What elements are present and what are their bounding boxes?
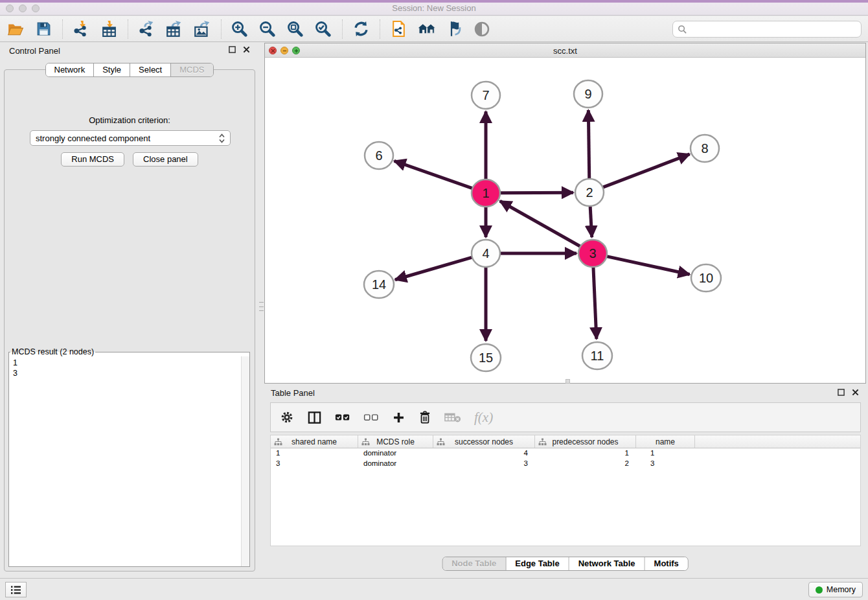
graph-edge-3-10[interactable] (606, 257, 689, 275)
search-input[interactable] (691, 25, 861, 34)
task-history-button[interactable] (5, 582, 27, 597)
svg-text:11: 11 (591, 349, 604, 363)
split-panel-icon[interactable] (307, 410, 322, 425)
memory-button[interactable]: Memory (808, 582, 863, 597)
window-title: Session: New Session (0, 3, 868, 13)
tab-edge-table[interactable]: Edge Table (506, 557, 569, 570)
table-cell[interactable]: dominator (358, 459, 433, 469)
tab-network[interactable]: Network (45, 63, 94, 76)
graph-node-8[interactable]: 8 (691, 135, 719, 162)
search-field[interactable] (672, 21, 862, 38)
table-settings-gear-icon[interactable] (280, 410, 294, 424)
zoom-fit-icon[interactable] (286, 20, 304, 38)
graph-node-4[interactable]: 4 (472, 240, 500, 267)
export-image-icon[interactable] (193, 20, 211, 38)
list-icon (10, 585, 21, 595)
criterion-select[interactable]: strongly connected component (30, 130, 231, 146)
graph-edge-2-8[interactable] (603, 154, 690, 187)
column-header-successor-nodes[interactable]: successor nodes (433, 435, 535, 448)
graph-node-15[interactable]: 15 (471, 344, 501, 371)
table-cell[interactable]: 3 (433, 459, 535, 469)
show-hide-icon[interactable] (473, 20, 491, 38)
select-all-icon[interactable] (335, 412, 350, 422)
save-session-icon[interactable] (34, 20, 52, 38)
network-resize-grip[interactable] (565, 379, 570, 384)
mcds-result-title: MCDS result (2 nodes) (10, 347, 95, 356)
import-table-icon[interactable] (100, 20, 118, 38)
optimization-criterion-label: Optimization criterion: (5, 115, 255, 125)
column-header-MCDS-role[interactable]: MCDS role (358, 435, 433, 448)
panel-divider-grip[interactable] (259, 302, 264, 311)
tab-style[interactable]: Style (94, 63, 130, 76)
close-panel-icon[interactable] (242, 45, 251, 54)
column-header-shared-name[interactable]: shared name (271, 435, 358, 448)
column-header-name[interactable]: name (636, 435, 695, 448)
svg-text:9: 9 (584, 87, 591, 101)
run-mcds-button[interactable]: Run MCDS (61, 152, 124, 167)
graph-node-2[interactable]: 2 (575, 179, 604, 206)
application-window: Session: New Session (0, 0, 868, 600)
export-network-icon[interactable] (137, 20, 155, 38)
table-cell[interactable]: 3 (271, 459, 358, 469)
svg-text:8: 8 (701, 141, 708, 156)
graph-node-1[interactable]: 1 (472, 179, 500, 207)
graph-node-3[interactable]: 3 (578, 240, 607, 267)
import-network-icon[interactable] (72, 20, 90, 38)
network-window-title: scc.txt (265, 46, 865, 56)
table-cell[interactable]: 1 (271, 448, 358, 459)
graph-node-9[interactable]: 9 (574, 80, 602, 108)
float-panel-icon[interactable] (228, 45, 236, 54)
tab-node-table[interactable]: Node Table (442, 557, 506, 570)
column-header-predecessor-nodes[interactable]: predecessor nodes (535, 435, 636, 448)
deselect-all-icon[interactable] (363, 412, 379, 422)
export-table-icon[interactable] (165, 20, 183, 38)
new-network-from-selection-icon[interactable] (389, 20, 407, 38)
open-session-icon[interactable] (6, 20, 25, 38)
graph-edge-2-9[interactable] (588, 110, 589, 178)
table-panel-title: Table Panel (271, 388, 315, 398)
network-canvas[interactable]: 7968124314101511 (265, 58, 865, 383)
graph-edge-3-11[interactable] (593, 268, 597, 339)
close-panel-button[interactable]: Close panel (133, 152, 198, 167)
graph-edge-1-6[interactable] (394, 161, 473, 188)
table-row[interactable]: 3dominator323 (271, 459, 860, 469)
graph-edge-4-14[interactable] (395, 257, 472, 280)
network-window-titlebar[interactable]: scc.txt (265, 43, 865, 58)
graph-edge-3-1[interactable] (500, 201, 580, 246)
network-view-window: scc.txt 7968124314101511 (264, 43, 866, 384)
svg-text:14: 14 (372, 277, 386, 292)
table-cell[interactable]: 1 (535, 448, 636, 459)
zoom-out-icon[interactable] (258, 20, 277, 38)
graph-edge-2-3[interactable] (590, 207, 592, 237)
table-cell[interactable]: 1 (636, 448, 695, 459)
close-table-panel-icon[interactable] (851, 388, 860, 397)
zoom-selected-icon[interactable] (314, 20, 332, 38)
float-table-panel-icon[interactable] (837, 388, 845, 397)
svg-text:6: 6 (375, 148, 382, 163)
graph-node-6[interactable]: 6 (365, 142, 393, 169)
table-row[interactable]: 1dominator411 (271, 448, 860, 459)
delete-column-trash-icon[interactable] (418, 410, 431, 424)
graph-node-11[interactable]: 11 (582, 342, 612, 369)
tab-mcds[interactable]: MCDS (171, 63, 212, 76)
table-cell[interactable]: dominator (358, 448, 433, 459)
apply-style-icon[interactable] (445, 20, 463, 38)
delete-table-icon (444, 411, 461, 423)
mcds-result-list[interactable]: 1 3 (9, 356, 241, 566)
graph-node-14[interactable]: 14 (364, 271, 394, 298)
table-cell[interactable]: 4 (433, 448, 535, 459)
result-scrollbar[interactable] (241, 356, 249, 566)
zoom-in-icon[interactable] (231, 20, 249, 38)
home-icon[interactable] (417, 20, 435, 38)
tab-motifs[interactable]: Motifs (645, 557, 688, 570)
tab-network-table[interactable]: Network Table (569, 557, 645, 570)
add-column-icon[interactable] (392, 411, 405, 424)
tab-select[interactable]: Select (130, 63, 171, 76)
table-cell[interactable]: 3 (636, 459, 695, 469)
graph-edge-1-2[interactable] (500, 192, 573, 193)
network-graph[interactable]: 7968124314101511 (265, 58, 865, 383)
refresh-icon[interactable] (352, 20, 370, 38)
graph-node-7[interactable]: 7 (472, 82, 500, 109)
table-cell[interactable]: 2 (535, 459, 636, 469)
graph-node-10[interactable]: 10 (691, 264, 721, 292)
